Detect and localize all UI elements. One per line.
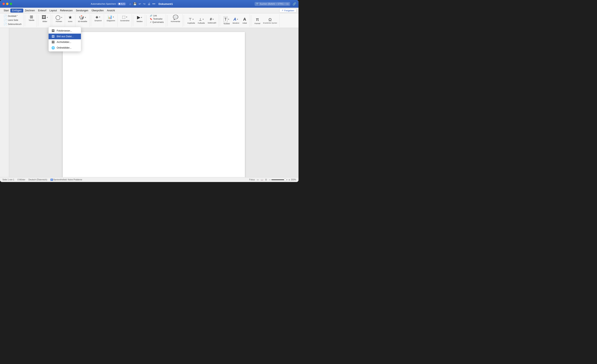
ribbon-wordart[interactable]: A ▼ WordArt: [232, 16, 240, 25]
fotobrowser-label: Fotobrowser...: [57, 29, 72, 32]
deckblatt-label: Deckblatt ˅: [8, 15, 18, 17]
bilddatei-icon: 🖼: [51, 35, 55, 38]
divider-8: [184, 15, 184, 26]
ribbon: 📄 Deckblatt ˅ 📄 Leere Seite 📄 Seitenumbr…: [0, 13, 298, 28]
dropdown-bilddatei[interactable]: 🖼 Bild aus Datei...: [48, 34, 81, 39]
ribbon-initial[interactable]: A Initial: [241, 16, 248, 25]
textfeld-label: Textfeld: [223, 23, 230, 25]
formen-arrow: ▼: [61, 17, 63, 18]
icons-label: Icons: [68, 20, 72, 23]
ribbon-smartart[interactable]: ◈ ▼ SmartArt: [94, 14, 103, 22]
view-icon-read[interactable]: 📖: [261, 179, 263, 181]
ribbon-icons[interactable]: ★ Icons: [67, 14, 74, 23]
ribbon-deckblatt[interactable]: 📄 Deckblatt ˅: [3, 14, 19, 18]
more-icon[interactable]: •••: [152, 2, 155, 6]
onlinebilder-label: Onlinebilder...: [57, 46, 71, 49]
querverweis-icon: ↗: [150, 21, 151, 23]
zoom-slider[interactable]: [271, 179, 288, 180]
textmarke-label: Textmarke: [153, 18, 163, 20]
menu-start[interactable]: Start: [2, 8, 10, 13]
word-count: 0 Wörter: [17, 179, 25, 181]
ribbon-screenshot[interactable]: ⬚ ▼ Screenshot: [119, 14, 131, 22]
ribbon-querverweis[interactable]: ↗ Querverweis: [149, 21, 165, 24]
wordart-label: WordArt: [233, 22, 239, 24]
document-page[interactable]: [63, 32, 245, 177]
initial-icon: A: [243, 17, 246, 22]
ribbon-symbol[interactable]: Ω Erweitertes Symbol: [262, 17, 278, 24]
menu-einfuegen[interactable]: Einfügen: [10, 8, 23, 13]
ribbon-seitenzahl[interactable]: # ▼ Seitenzahl: [207, 17, 217, 24]
ribbon-textmarke[interactable]: 🔖 Textmarke: [149, 17, 163, 20]
accessibility-info: ♿ Barrierefreiheit: Keine Probleme: [50, 179, 82, 181]
ribbon-bilder[interactable]: 🖼 ▼ Bilder: [41, 14, 49, 23]
ribbon-3dmodelle[interactable]: 🎲 ▼ 3D-Modelle: [77, 14, 88, 23]
kommentar-icon: 💬: [173, 15, 178, 20]
home-icon[interactable]: ⌂: [129, 2, 131, 6]
share-btn-label: Freigeben: [284, 9, 294, 12]
save-icon[interactable]: 💾: [133, 2, 137, 6]
ribbon-diagramm[interactable]: 📊 ▼ Diagramm: [106, 14, 116, 22]
menu-ueberpruefen[interactable]: Überprüfen: [90, 8, 105, 13]
content-area: [0, 28, 298, 177]
ribbon-textfeld[interactable]: T ▼ Textfeld: [222, 16, 231, 25]
autosave-area: Automatisches Speichern AUS: [91, 2, 126, 6]
ribbon-seitenumbruch[interactable]: 📄 Seitenumbruch: [3, 22, 22, 26]
diagramm-icon: 📊: [108, 15, 112, 19]
ribbon-medien[interactable]: ▶ ▼ Medien: [136, 14, 144, 23]
textfeld-arrow: ▼: [228, 18, 229, 20]
ribbon-fusszeile[interactable]: ⊥ ▼ Fußzeile: [197, 17, 206, 25]
divider-5: [133, 15, 133, 26]
menu-ansicht[interactable]: Ansicht: [105, 8, 116, 13]
ribbon-kopfzeile[interactable]: ⊤ ▼ Kopfzeile: [186, 17, 196, 25]
3dmodelle-label: 3D-Modelle: [78, 20, 87, 23]
zoom-in-button[interactable]: +: [288, 178, 290, 181]
wordart-arrow: ▼: [237, 18, 238, 20]
ribbon-kommentar[interactable]: 💬 Kommentar: [170, 14, 181, 23]
medien-arrow: ▼: [141, 17, 142, 18]
menu-layout[interactable]: Layout: [48, 8, 58, 13]
ribbon-formel[interactable]: π Formel: [254, 16, 261, 25]
zoom-level: 203%: [291, 179, 296, 181]
language-info: Deutsch (Österreich): [29, 179, 47, 181]
seitenumbruch-label: Seitenumbruch: [8, 23, 22, 25]
zoom-out-button[interactable]: −: [269, 178, 271, 181]
menu-zeichnen[interactable]: Zeichnen: [23, 8, 36, 13]
view-icon-layout[interactable]: ☰: [265, 179, 267, 181]
deckblatt-icon: 📄: [4, 15, 7, 18]
minimize-button[interactable]: [6, 3, 8, 5]
kommentar-label: Kommentar: [171, 20, 180, 23]
fotobrowser-icon: 🖼: [51, 29, 55, 32]
focus-mode[interactable]: Fokus: [249, 179, 255, 181]
archivbilder-icon: 🖼: [51, 40, 55, 44]
ribbon-group-smartart: ◈ ▼ SmartArt: [92, 14, 104, 27]
share-button[interactable]: ↗ Freigeben: [279, 8, 297, 13]
autosave-toggle[interactable]: AUS: [117, 2, 126, 6]
ribbon-link[interactable]: 🔗 Link: [149, 14, 158, 17]
tabelle-icon: ⊞: [30, 15, 33, 19]
ribbon-leereseite[interactable]: 📄 Leere Seite: [3, 18, 19, 22]
leereseite-icon: 📄: [4, 19, 7, 22]
redo-icon[interactable]: ↪: [143, 2, 146, 6]
dropdown-fotobrowser[interactable]: 🖼 Fotobrowser...: [48, 28, 81, 34]
share-link-icon[interactable]: 🔗: [293, 2, 296, 6]
dropdown-archivbilder[interactable]: 🖼 Archivbilder...: [48, 39, 81, 45]
undo-icon[interactable]: ↩: [139, 2, 141, 6]
ribbon-tabelle[interactable]: ⊞ Tabelle: [28, 14, 35, 22]
search-bar[interactable]: 🔍 Suchen (Befehl + STRG + U): [255, 2, 290, 6]
dropdown-onlinebilder[interactable]: 🌐 Onlinebilder...: [48, 45, 81, 51]
initial-label: Initial: [243, 22, 247, 24]
smartart-icon: ◈: [95, 15, 98, 19]
seitenumbruch-icon: 📄: [4, 23, 7, 26]
menu-entwurf[interactable]: Entwurf: [36, 8, 48, 13]
search-label: Suchen (Befehl + STRG + U): [260, 3, 289, 5]
print-icon[interactable]: 🖨: [148, 2, 150, 6]
ribbon-formen[interactable]: ◯ ▼ Formen: [55, 14, 63, 23]
close-button[interactable]: [2, 3, 5, 5]
zoom-slider-fill: [271, 179, 285, 180]
menu-referenzen[interactable]: Referenzen: [58, 8, 74, 13]
ribbon-group-tabelle: ⊞ Tabelle: [26, 14, 37, 27]
view-icon-normal[interactable]: ▭: [257, 179, 259, 181]
maximize-button[interactable]: [10, 3, 12, 5]
menu-sendungen[interactable]: Sendungen: [74, 8, 90, 13]
leereseite-label: Leere Seite: [8, 19, 18, 21]
